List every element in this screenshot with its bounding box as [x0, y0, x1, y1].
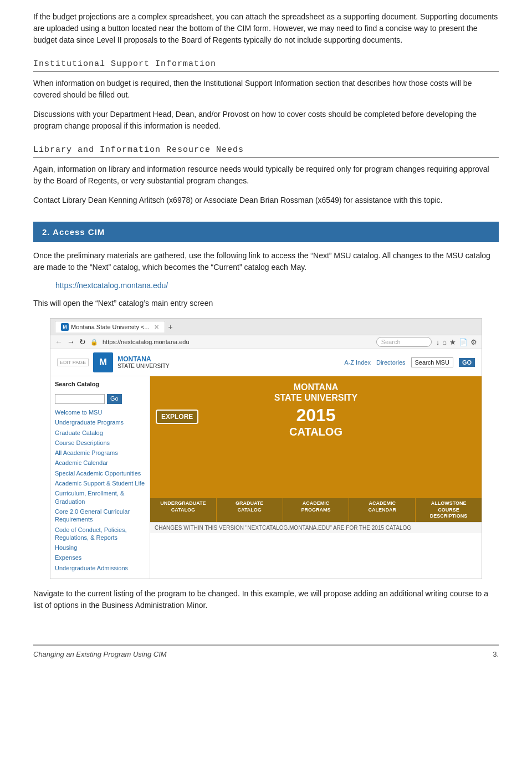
sidebar-special-opp[interactable]: Special Academic Opportunities [55, 469, 145, 477]
directories-link[interactable]: Directories [376, 359, 406, 366]
browser-nav-bar: ← → ↻ 🔒 https://nextcatalog.montana.edu … [50, 335, 482, 349]
tab-close-icon[interactable]: ✕ [154, 324, 159, 331]
download-icon[interactable]: ↓ [436, 338, 440, 346]
sidebar-undergrad[interactable]: Undergraduate Programs [55, 418, 145, 426]
forward-arrow-icon[interactable]: → [67, 337, 75, 346]
address-bar[interactable]: https://nextcatalog.montana.edu [103, 339, 372, 345]
sidebar-expenses[interactable]: Expenses [55, 554, 145, 561]
site-sidebar: Search Catalog Go Welcome to MSU Undergr… [50, 376, 150, 579]
toolbar-icons: ↓ ⌂ ★ 📄 ⚙ [436, 338, 477, 346]
hero-catalog: CATALOG [289, 426, 342, 438]
hero-banner: MONTANASTATE UNIVERSITY 2015 CATALOG EXP… [150, 376, 482, 498]
msu-logo-letter: M [93, 352, 113, 372]
footer-page: 3. [493, 650, 499, 658]
refresh-icon[interactable]: ↻ [79, 337, 86, 346]
catalog-nav: UNDERGRADUATECATALOG GRADUATECATALOG ACA… [150, 498, 482, 522]
browser-screenshot: M Montana State University <... ✕ + ← → … [50, 318, 482, 579]
site-body: Search Catalog Go Welcome to MSU Undergr… [50, 376, 482, 579]
search-go-button[interactable]: GO [459, 358, 475, 367]
cat-programs[interactable]: ACADEMICPROGRAMS [283, 498, 350, 522]
catalog-search-input[interactable] [55, 394, 105, 404]
az-index-link[interactable]: A-Z Index [344, 359, 371, 366]
access-cim-p2: This will open the “Next” catalog’s main… [33, 298, 499, 309]
intro-section: If the budget projections are a complex … [33, 11, 499, 46]
edit-page-badge: EDIT PAGE [57, 359, 89, 366]
msu-sub: STATE UNIVERSITY [117, 363, 170, 370]
hero-title: MONTANASTATE UNIVERSITY [274, 382, 358, 403]
sidebar-code[interactable]: Code of Conduct, Policies, Regulations, … [55, 526, 145, 542]
screenshot-footer: CHANGES WITHIN THIS VERSION "NEXTCATALOG… [150, 522, 482, 533]
institutional-p1: When information on budget is required, … [33, 78, 499, 101]
library-heading: Library and Information Resource Needs [33, 145, 499, 158]
access-cim-p1: Once the preliminary materials are gathe… [33, 250, 499, 273]
browser-tab-bar: M Montana State University <... ✕ + [50, 319, 482, 335]
tab-label: Montana State University <... [71, 324, 150, 330]
library-p2: Contact Library Dean Kenning Arlitsch (x… [33, 195, 499, 206]
intro-paragraph: If the budget projections are a complex … [33, 11, 499, 46]
catalog-search: Search Catalog [55, 381, 145, 390]
bookmark-icon[interactable]: ★ [449, 338, 456, 346]
institutional-p2: Discussions with your Department Head, D… [33, 109, 499, 132]
home-icon[interactable]: ⌂ [442, 338, 447, 346]
navigate-paragraph: Navigate to the current listing of the p… [33, 588, 499, 611]
site-header: EDIT PAGE M MONTANA STATE UNIVERSITY A-Z… [50, 349, 482, 376]
sidebar-welcome[interactable]: Welcome to MSU [55, 408, 145, 416]
new-tab-button[interactable]: + [168, 323, 173, 331]
sidebar-curriculum[interactable]: Curriculum, Enrollment, & Graduation [55, 489, 145, 505]
settings-icon[interactable]: ⚙ [470, 338, 477, 346]
sidebar-admissions[interactable]: Undergraduate Admissions [55, 564, 145, 572]
institutional-section: Institutional Support Information When i… [33, 59, 499, 132]
sidebar-grad[interactable]: Graduate Catalog [55, 429, 145, 437]
hero-year: 2015 [296, 405, 335, 426]
library-section: Library and Information Resource Needs A… [33, 145, 499, 206]
search-placeholder: Search [381, 339, 401, 345]
search-msu-input[interactable]: Search MSU [411, 357, 453, 367]
logo-area: EDIT PAGE M MONTANA STATE UNIVERSITY [57, 352, 170, 372]
msu-name: MONTANA [117, 355, 151, 363]
cat-course-desc[interactable]: ALLOWSTONECOURSEDESCRIPTIONS [416, 498, 482, 522]
cat-graduate[interactable]: GRADUATECATALOG [217, 498, 283, 522]
sidebar-academic-cal[interactable]: Academic Calendar [55, 459, 145, 467]
edit-page-label[interactable]: EDIT PAGE [57, 359, 89, 366]
cat-undergrad[interactable]: UNDERGRADUATECATALOG [150, 498, 217, 522]
sidebar-student-life[interactable]: Academic Support & Student Life [55, 479, 145, 487]
lock-icon: 🔒 [90, 339, 98, 346]
catalog-link[interactable]: https://nextcatalog.montana.edu/ [55, 281, 499, 290]
sidebar-course-desc[interactable]: Course Descriptions [55, 439, 145, 447]
institutional-heading: Institutional Support Information [33, 59, 499, 72]
catalog-search-bar: Go [55, 394, 145, 404]
back-arrow-icon[interactable]: ← [55, 337, 63, 346]
section2-header: 2. Access CIM [33, 222, 499, 242]
sidebar-housing[interactable]: Housing [55, 544, 145, 551]
cat-calendar[interactable]: ACADEMICCALENDAR [349, 498, 416, 522]
page-content: If the budget projections are a complex … [0, 0, 532, 645]
explore-badge: EXPLORE [156, 410, 198, 424]
search-catalog-label: Search Catalog [55, 381, 99, 387]
browser-tab[interactable]: M Montana State University <... ✕ [55, 321, 165, 333]
site-nav-links: A-Z Index Directories Search MSU GO [344, 357, 475, 367]
tab-favicon: M [61, 323, 69, 331]
sidebar-core[interactable]: Core 2.0 General Curricular Requirements [55, 508, 145, 524]
page-footer: Changing an Existing Program Using CIM 3… [33, 645, 499, 658]
catalog-go-button[interactable]: Go [107, 394, 122, 404]
site-main-content: MONTANASTATE UNIVERSITY 2015 CATALOG EXP… [150, 376, 482, 579]
access-cim-section: Once the preliminary materials are gathe… [33, 250, 499, 611]
footer-label: Changing an Existing Program Using CIM [33, 650, 167, 658]
sidebar-all-programs[interactable]: All Academic Programs [55, 449, 145, 457]
history-icon[interactable]: 📄 [459, 338, 468, 346]
library-p1: Again, information on library and inform… [33, 163, 499, 187]
browser-search-bar[interactable]: Search [376, 337, 432, 347]
msu-logo-text: MONTANA STATE UNIVERSITY [117, 355, 170, 370]
